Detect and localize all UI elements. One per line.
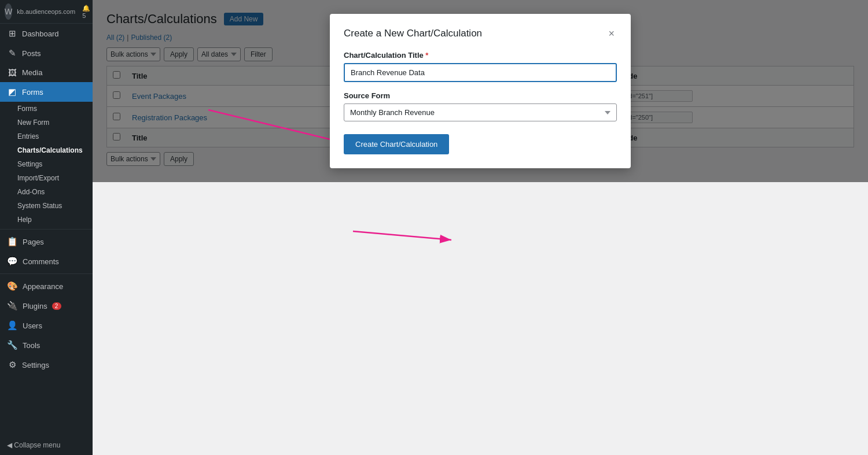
create-chart-button[interactable]: Create Chart/Calculation: [344, 134, 449, 154]
create-chart-modal: Create a New Chart/Calculation × Chart/C…: [330, 14, 631, 168]
sidebar-item-label: Pages: [23, 238, 44, 246]
sidebar-sub-charts[interactable]: Charts/Calculations: [0, 143, 93, 157]
sidebar-item-comments[interactable]: 💬 Comments: [0, 251, 93, 271]
modal-overlay: Create a New Chart/Calculation × Chart/C…: [93, 0, 868, 182]
sidebar-sub-label: Charts/Calculations: [17, 146, 83, 154]
title-field-label: Chart/Calculation Title *: [344, 51, 617, 60]
chart-title-input[interactable]: [344, 63, 617, 82]
modal-header: Create a New Chart/Calculation ×: [344, 28, 617, 39]
users-icon: 👤: [7, 320, 18, 331]
sidebar-divider: [0, 229, 93, 230]
collapse-icon: ◀: [7, 441, 14, 449]
sidebar-item-pages[interactable]: 📋 Pages: [0, 232, 93, 251]
appearance-icon: 🎨: [7, 281, 18, 291]
sidebar-item-label: Comments: [23, 257, 59, 266]
collapse-menu-button[interactable]: ◀ Collapse menu: [0, 435, 93, 455]
sidebar-item-label: Appearance: [23, 282, 63, 291]
posts-icon: ✎: [7, 48, 17, 58]
svg-line-3: [353, 231, 451, 240]
sidebar-item-label: Tools: [23, 341, 40, 350]
sidebar-sub-label: Entries: [17, 132, 39, 140]
sidebar-item-media[interactable]: 🖼 Media: [0, 63, 93, 82]
wp-logo-icon[interactable]: W: [5, 3, 12, 20]
sidebar-sub-label: Forms: [17, 105, 37, 113]
sidebar-sub-settings[interactable]: Settings: [0, 157, 93, 171]
required-indicator: *: [425, 51, 428, 60]
admin-top-bar: W kb.audienceops.com 🔔 5 💬 0 + New: [0, 0, 93, 24]
site-name[interactable]: kb.audienceops.com: [17, 8, 75, 15]
sidebar-item-label: Posts: [22, 49, 41, 58]
sidebar-item-tools[interactable]: 🔧 Tools: [0, 335, 93, 355]
sidebar-item-forms[interactable]: ◩ Forms: [0, 82, 93, 102]
plugins-badge: 2: [52, 302, 61, 310]
title-form-group: Chart/Calculation Title *: [344, 51, 617, 82]
sidebar-item-label: Users: [23, 321, 42, 330]
sidebar-item-users[interactable]: 👤 Users: [0, 316, 93, 335]
sidebar-item-label: Plugins: [23, 302, 47, 310]
plugins-icon: 🔌: [7, 301, 18, 311]
sidebar-item-appearance[interactable]: 🎨 Appearance: [0, 276, 93, 296]
modal-close-button[interactable]: ×: [606, 28, 617, 39]
sidebar-sub-label: New Form: [17, 119, 49, 127]
sidebar-sub-entries[interactable]: Entries: [0, 130, 93, 143]
sidebar-divider-2: [0, 273, 93, 274]
sidebar-sub-label: Import/Export: [17, 174, 59, 182]
sidebar-item-label: Media: [22, 68, 42, 77]
sidebar-item-settings-main[interactable]: ⚙ Settings: [0, 355, 93, 375]
sidebar-item-label: Dashboard: [22, 29, 59, 38]
source-form-label: Source Form: [344, 91, 617, 100]
sidebar-sub-add-ons[interactable]: Add-Ons: [0, 185, 93, 199]
sidebar-item-posts[interactable]: ✎ Posts: [0, 43, 93, 63]
sidebar-item-dashboard[interactable]: ⊞ Dashboard: [0, 24, 93, 43]
sidebar-sub-new-form[interactable]: New Form: [0, 116, 93, 130]
source-form-group: Source Form Monthly Branch Revenue: [344, 91, 617, 121]
sidebar-sub-label: System Status: [17, 202, 62, 210]
pages-icon: 📋: [7, 236, 18, 247]
comments-nav-icon: 💬: [7, 256, 18, 267]
sidebar-sub-import-export[interactable]: Import/Export: [0, 171, 93, 185]
modal-title: Create a New Chart/Calculation: [344, 28, 482, 39]
sidebar-item-plugins[interactable]: 🔌 Plugins 2: [0, 296, 93, 316]
settings-main-icon: ⚙: [7, 360, 17, 370]
main-content-area: Charts/Calculations Add New All (2) | Pu…: [93, 0, 868, 455]
sidebar-sub-label: Add-Ons: [17, 188, 45, 196]
collapse-label: Collapse menu: [14, 441, 60, 449]
dashboard-icon: ⊞: [7, 28, 17, 39]
sidebar-item-label: Settings: [22, 361, 49, 369]
tools-icon: 🔧: [7, 340, 18, 350]
forms-icon: ◩: [7, 87, 17, 97]
sidebar-item-label: Forms: [22, 88, 43, 97]
sidebar-sub-help[interactable]: Help: [0, 213, 93, 227]
sidebar-sub-label: Help: [17, 216, 32, 224]
notifications-icon[interactable]: 🔔 5: [82, 5, 90, 19]
media-icon: 🖼: [7, 68, 17, 77]
sidebar-sub-system-status[interactable]: System Status: [0, 199, 93, 213]
source-form-select[interactable]: Monthly Branch Revenue: [344, 103, 617, 121]
sidebar-sub-forms[interactable]: Forms: [0, 102, 93, 116]
sidebar-sub-label: Settings: [17, 160, 42, 168]
sidebar: W kb.audienceops.com 🔔 5 💬 0 + New ⊞ Das…: [0, 0, 93, 455]
